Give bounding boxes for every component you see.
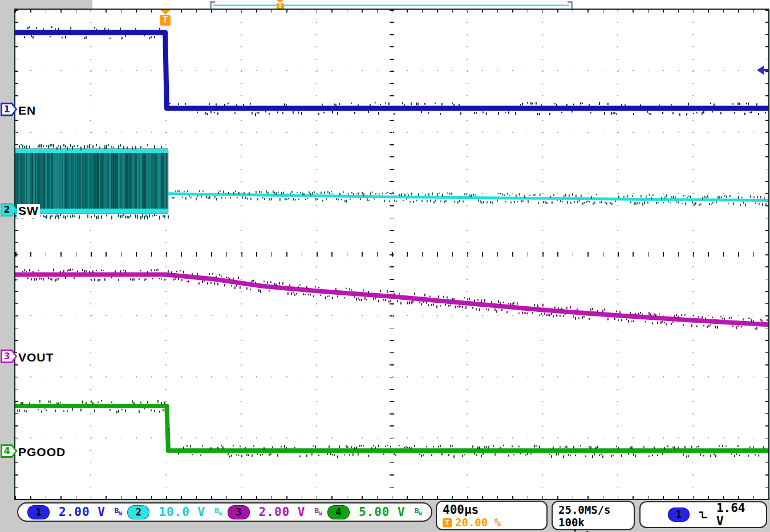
- trigger-position-marker[interactable]: T: [159, 10, 172, 26]
- channel-2-scale: 10.0 V: [159, 506, 205, 519]
- channel-4-badge[interactable]: 4: [327, 505, 350, 519]
- channel-number: 2: [1, 203, 13, 217]
- waveform-traces: [15, 10, 768, 499]
- trace-label-pgood: PGOOD: [17, 445, 67, 459]
- acquisition-preview-bar: T: [210, 1, 573, 9]
- trigger-level-value: 1.64 V: [716, 502, 758, 528]
- bandwidth-limit-icon: BW: [214, 507, 222, 518]
- trigger-position-percent: 20.00 %: [455, 517, 501, 529]
- channel-3-ground-marker[interactable]: 3: [1, 350, 17, 363]
- horizontal-readout[interactable]: 400µs T 20.00 %: [436, 501, 548, 530]
- preview-waveform-line: [213, 5, 569, 6]
- trace-label-vout: VOUT: [17, 351, 55, 364]
- channel-2-ground-marker[interactable]: 2: [1, 203, 17, 217]
- channel-3-badge[interactable]: 3: [228, 505, 250, 519]
- trace-label-sw: SW: [17, 204, 40, 218]
- bandwidth-limit-icon: BW: [115, 507, 122, 518]
- channel-1-readout[interactable]: 12.00 VBW: [27, 505, 122, 519]
- bandwidth-limit-icon: BW: [314, 507, 322, 518]
- falling-edge-icon: [698, 509, 708, 521]
- trace-label-en: EN: [17, 104, 37, 117]
- channel-readouts[interactable]: 12.00 VBW210.0 VBW32.00 VBW45.00 VBW: [17, 502, 432, 522]
- channel-number: 4: [1, 444, 13, 458]
- channel-3-scale: 2.00 V: [259, 506, 306, 519]
- trigger-level-tail: [764, 69, 768, 71]
- channel-number: 3: [1, 350, 13, 363]
- channel-number: 1: [1, 103, 13, 116]
- channel-1-badge[interactable]: 1: [27, 505, 50, 519]
- timebase-scale: 400µs: [443, 503, 541, 517]
- bandwidth-limit-icon: BW: [415, 507, 422, 518]
- channel-1-scale: 2.00 V: [59, 506, 106, 519]
- channel-2-readout[interactable]: 210.0 VBW: [127, 505, 222, 519]
- acquisition-readout[interactable]: 25.0MS/s 100k points: [552, 501, 635, 530]
- trigger-source-badge[interactable]: 1: [668, 507, 690, 522]
- graticule: T 1EN2SW3VOUT4PGOOD: [14, 9, 769, 500]
- trigger-position-symbol: T: [160, 15, 171, 26]
- trigger-level-arrow-icon[interactable]: [757, 66, 768, 75]
- trigger-level-triangle: [757, 66, 764, 75]
- channel-3-readout[interactable]: 32.00 VBW: [228, 505, 322, 519]
- trigger-position-arrow-icon: [160, 10, 171, 15]
- channel-4-readout[interactable]: 45.00 VBW: [327, 505, 422, 519]
- channel-4-scale: 5.00 V: [359, 506, 406, 519]
- oscilloscope-screen: { "window": {"background": "#c9c9c9", "p…: [0, 0, 770, 532]
- sample-rate: 25.0MS/s: [558, 503, 628, 516]
- channel-1-ground-marker[interactable]: 1: [1, 103, 17, 116]
- trigger-t-icon: T: [443, 518, 452, 527]
- channel-4-ground-marker[interactable]: 4: [1, 444, 17, 458]
- channel-2-badge[interactable]: 2: [127, 505, 149, 519]
- trigger-readout[interactable]: 1 1.64 V: [639, 501, 767, 528]
- record-length: 100k points: [558, 516, 628, 532]
